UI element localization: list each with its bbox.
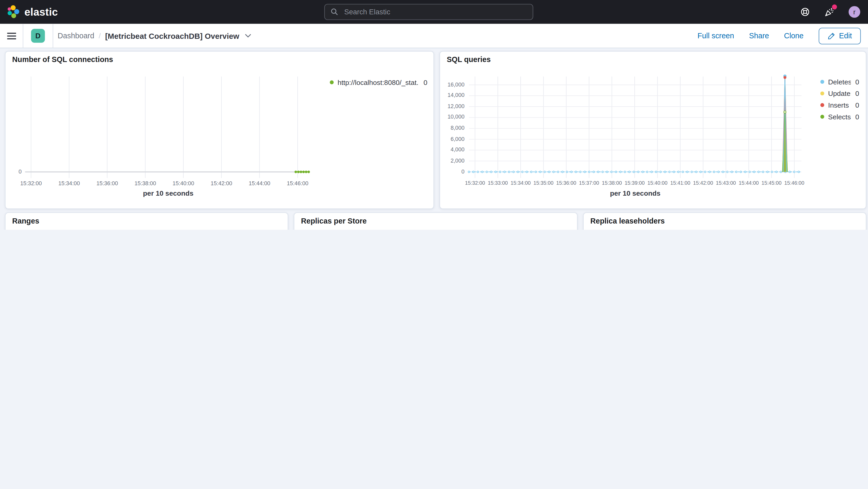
legend-row[interactable]: Deletes0: [820, 76, 859, 88]
legend-label: Updates: [828, 90, 851, 97]
news-button[interactable]: [824, 7, 834, 17]
legend-label: Selects: [828, 113, 851, 121]
chart-line: [440, 52, 866, 208]
legend-color-dot: [820, 80, 824, 84]
dashboard-toolbar: D Dashboard / [Metricbeat CockroachDB] O…: [0, 24, 868, 49]
chart-line: [5, 213, 287, 230]
legend-value: 0: [851, 78, 859, 86]
chevron-down-icon[interactable]: [245, 34, 251, 38]
pencil-icon: [827, 32, 835, 40]
dashboard-grid: Number of SQL connections15:32:0015:34:0…: [0, 48, 868, 230]
legend-row[interactable]: Inserts0: [820, 99, 859, 111]
global-search[interactable]: [324, 4, 533, 20]
kibana-app: elastic: [0, 0, 868, 230]
panel-replicas: Replicas per Store15:32:0015:35:0015:38:…: [294, 212, 578, 230]
legend-label: Deletes: [828, 78, 851, 86]
panel-ranges: Ranges15:32:0015:34:0015:36:0015:38:0015…: [5, 212, 288, 230]
full-screen-button[interactable]: Full screen: [698, 32, 734, 40]
legend-value: 0: [419, 79, 427, 86]
legend-row[interactable]: Updates0: [820, 88, 859, 99]
notification-dot: [832, 4, 837, 9]
legend-value: 0: [851, 101, 859, 109]
divider: [53, 24, 53, 48]
logo-text: elastic: [25, 6, 58, 18]
chart-line: [5, 52, 433, 208]
hamburger-icon: [7, 33, 16, 34]
legend-color-dot: [330, 81, 334, 84]
clone-button[interactable]: Clone: [784, 32, 803, 40]
legend-value: 0: [851, 113, 859, 121]
breadcrumb-separator: /: [99, 32, 101, 40]
legend-row[interactable]: http://localhost:8080/_stat...0: [330, 77, 427, 88]
legend-color-dot: [820, 91, 824, 95]
series-marker: [308, 171, 310, 173]
life-ring-icon: [800, 7, 810, 17]
x-axis-label: per 10 seconds: [591, 190, 680, 197]
share-button[interactable]: Share: [749, 32, 769, 40]
chart-bar: [584, 213, 866, 230]
elastic-logo-icon: [6, 5, 20, 19]
global-header: elastic: [0, 0, 868, 24]
elastic-logo[interactable]: elastic: [6, 0, 58, 24]
series-marker: [784, 77, 786, 79]
chart-legend: http://localhost:8080/_stat...0: [330, 77, 427, 88]
page-title[interactable]: [Metricbeat CockroachDB] Overview: [105, 31, 239, 40]
header-actions: r: [800, 0, 868, 24]
legend-label: Inserts: [828, 101, 849, 109]
toolbar-actions: Full screen Share Clone Edit: [698, 27, 868, 44]
help-button[interactable]: [800, 7, 810, 17]
user-avatar[interactable]: r: [849, 6, 861, 18]
search-icon: [331, 8, 339, 16]
edit-button[interactable]: Edit: [818, 27, 861, 44]
legend-row[interactable]: Selects0: [820, 111, 859, 123]
edit-button-label: Edit: [839, 32, 852, 40]
series-marker: [300, 171, 302, 173]
legend-color-dot: [820, 115, 824, 119]
x-axis-label: per 10 seconds: [124, 190, 213, 197]
series-marker: [298, 171, 299, 173]
panel-leaseholders: Replica leaseholders15:32:0015:35:0015:3…: [583, 212, 866, 230]
breadcrumb: Dashboard / [Metricbeat CockroachDB] Ove…: [58, 31, 251, 40]
legend-label: http://localhost:8080/_stat...: [338, 79, 419, 86]
chart-bar: [294, 213, 577, 230]
series-marker: [784, 111, 786, 113]
legend-value: 0: [851, 90, 859, 97]
menu-button[interactable]: [7, 33, 16, 39]
breadcrumb-dashboard[interactable]: Dashboard: [58, 32, 94, 40]
series-marker: [295, 171, 297, 173]
space-avatar[interactable]: D: [31, 29, 45, 43]
series-marker: [303, 171, 304, 173]
panel-sql-connections: Number of SQL connections15:32:0015:34:0…: [5, 51, 434, 209]
divider: [23, 24, 23, 48]
series-marker: [305, 171, 307, 173]
panel-sql-queries: SQL queries15:32:0015:33:0015:34:0015:35…: [440, 51, 866, 209]
chart-legend: Deletes0Updates0Inserts0Selects0: [820, 76, 859, 123]
legend-color-dot: [820, 103, 824, 107]
search-input[interactable]: [343, 7, 527, 17]
